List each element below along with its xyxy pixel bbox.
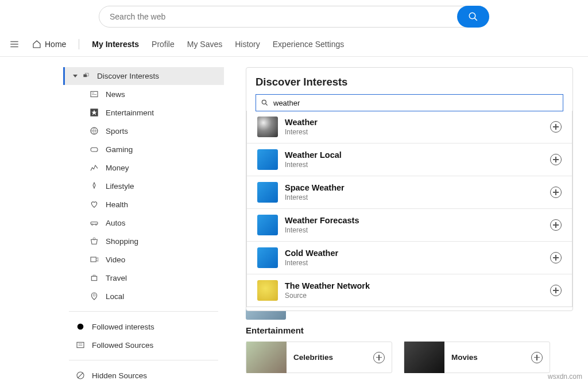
result-thumb (257, 182, 278, 203)
svg-rect-7 (91, 91, 98, 96)
result-thumb (257, 117, 278, 137)
sidebar-item-label: Autos (106, 219, 126, 227)
sidebar: Discover Interests News Entertainment Sp… (63, 67, 224, 384)
sidebar-item-local[interactable]: Local (63, 287, 224, 305)
sidebar-followed-sources[interactable]: Followed Sources (63, 336, 224, 354)
panel-search-input[interactable] (273, 99, 558, 107)
sidebar-divider (69, 360, 218, 360)
sidebar-item-sports[interactable]: Sports (63, 122, 224, 140)
result-sub: Interest (285, 128, 543, 136)
news-icon (90, 90, 99, 99)
result-sub: Interest (285, 259, 543, 267)
result-row[interactable]: The Weather NetworkSource (247, 274, 572, 307)
result-title: Weather Forecasts (285, 216, 543, 226)
card-celebrities[interactable]: Celebrities (246, 342, 392, 373)
svg-point-0 (469, 13, 475, 19)
sidebar-item-gaming[interactable]: Gaming (63, 140, 224, 158)
svg-rect-12 (91, 148, 98, 152)
result-title: Space Weather (285, 183, 543, 193)
svg-rect-17 (91, 257, 96, 262)
result-row[interactable]: Space WeatherInterest (247, 176, 572, 208)
sidebar-item-label: Gaming (106, 145, 133, 154)
result-sub: Interest (285, 161, 543, 169)
tab-history[interactable]: History (235, 40, 260, 49)
home-link[interactable]: Home (32, 40, 66, 49)
search-icon (261, 99, 269, 107)
svg-rect-18 (91, 276, 96, 280)
result-title: Weather (285, 118, 543, 127)
sidebar-item-label: Followed Sources (92, 341, 153, 350)
panel-search-box (256, 94, 563, 111)
svg-line-27 (266, 104, 268, 106)
watermark: wsxdn.com (548, 373, 582, 381)
tab-profile[interactable]: Profile (152, 40, 175, 49)
card-movies[interactable]: Movies (404, 342, 550, 373)
card-title: Celebrities (293, 353, 366, 362)
sidebar-item-shopping[interactable]: Shopping (63, 232, 224, 250)
sidebar-item-health[interactable]: Health (63, 195, 224, 214)
search-results: WeatherInterest Weather LocalInterest Sp… (246, 111, 572, 307)
svg-rect-21 (77, 342, 84, 347)
sports-icon (90, 126, 99, 135)
sidebar-item-label: Health (106, 200, 128, 209)
sidebar-item-label: Lifestyle (106, 182, 134, 191)
result-thumb (257, 149, 278, 170)
shopping-icon (90, 236, 99, 246)
result-sub: Interest (285, 193, 543, 201)
add-interest-button[interactable] (531, 352, 543, 363)
sidebar-item-travel[interactable]: Travel (63, 269, 224, 287)
search-icon (468, 11, 478, 22)
tab-my-saves[interactable]: My Saves (187, 40, 222, 49)
panel-title: Discover Interests (256, 76, 563, 88)
star-icon (90, 108, 99, 117)
card-thumb (246, 342, 287, 373)
sidebar-item-autos[interactable]: Autos (63, 214, 224, 232)
sidebar-item-label: Video (106, 255, 125, 264)
result-row[interactable]: Weather ForecastsInterest (247, 208, 572, 241)
top-search-button[interactable] (457, 6, 489, 28)
sidebar-item-money[interactable]: Money (63, 158, 224, 177)
top-search-input[interactable] (99, 12, 457, 21)
result-row[interactable]: WeatherInterest (247, 111, 572, 143)
card-thumb (404, 342, 444, 373)
video-icon (90, 255, 99, 264)
sidebar-item-news[interactable]: News (63, 85, 224, 103)
sidebar-item-label: Money (106, 164, 129, 172)
main-content: Discover Interests WeatherInterest Weath… (246, 67, 581, 384)
add-interest-button[interactable] (550, 252, 562, 263)
sidebar-divider (69, 311, 218, 312)
caret-icon (72, 72, 79, 79)
add-interest-button[interactable] (550, 187, 562, 198)
hamburger-icon[interactable] (9, 39, 20, 49)
top-search-box (99, 6, 489, 28)
sidebar-item-label: Sports (106, 127, 128, 135)
svg-point-20 (78, 324, 84, 330)
tab-my-interests[interactable]: My Interests (92, 40, 139, 49)
sidebar-item-entertainment[interactable]: Entertainment (63, 103, 224, 122)
sidebar-followed-interests[interactable]: Followed interests (63, 317, 224, 336)
add-interest-button[interactable] (550, 285, 562, 296)
tab-experience-settings[interactable]: Experience Settings (273, 40, 345, 49)
sidebar-header-discover[interactable]: Discover Interests (63, 67, 224, 85)
add-interest-button[interactable] (373, 352, 385, 363)
sidebar-item-label: Travel (106, 274, 127, 282)
money-icon (90, 163, 99, 172)
add-interest-button[interactable] (550, 121, 562, 133)
sidebar-hidden-sources[interactable]: Hidden Sources (63, 366, 224, 384)
result-row[interactable]: Cold WeatherInterest (247, 241, 572, 274)
result-row[interactable]: Weather LocalInterest (247, 143, 572, 176)
result-title: Weather Local (285, 150, 543, 160)
add-interest-button[interactable] (550, 154, 562, 165)
svg-line-25 (78, 373, 83, 378)
sidebar-item-label: Entertainment (106, 108, 154, 117)
gaming-icon (90, 145, 99, 154)
sidebar-item-label: Local (106, 292, 124, 301)
card-title: Movies (451, 353, 524, 362)
sidebar-item-label: News (106, 90, 125, 99)
sidebar-item-video[interactable]: Video (63, 250, 224, 269)
sidebar-item-lifestyle[interactable]: Lifestyle (63, 177, 224, 195)
lifestyle-icon (90, 181, 99, 191)
discover-panel: Discover Interests WeatherInterest Weath… (246, 67, 573, 311)
svg-line-1 (475, 18, 477, 21)
add-interest-button[interactable] (550, 219, 562, 231)
